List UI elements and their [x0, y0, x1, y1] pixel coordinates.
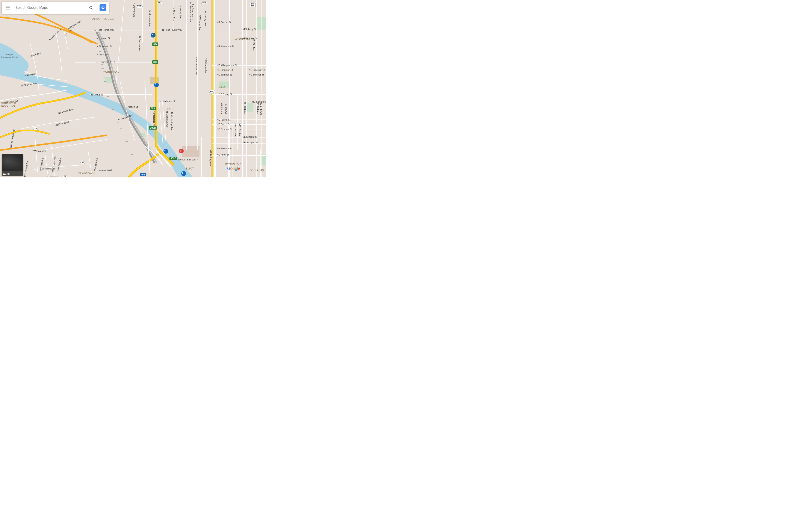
- shield-i5-2: 5: [154, 82, 159, 87]
- shield-i5-1: 5: [151, 33, 155, 38]
- earth-label: Earth: [2, 171, 23, 176]
- svg-point-71: [90, 6, 92, 9]
- shield-302c: 302C: [169, 157, 177, 160]
- earth-label-text: Earth: [3, 172, 10, 175]
- map-container: ARBOR LODGE OVERLOOK BOISE WOODLAWN KING…: [0, 0, 266, 177]
- menu-button[interactable]: [2, 2, 14, 14]
- google-g2: g: [235, 166, 237, 171]
- shield-i5-3: 5: [164, 149, 168, 154]
- search-bar: [2, 2, 109, 14]
- search-input-area[interactable]: [14, 2, 85, 14]
- google-e: e: [238, 166, 240, 171]
- hospital-marker: H: [179, 149, 184, 153]
- shield-i5-4: 5: [181, 171, 186, 176]
- shield-99w: 99W: [136, 5, 142, 8]
- shield-99e: 99E: [209, 90, 215, 93]
- shield-302b: 302B: [149, 126, 157, 130]
- menu-icon: [5, 7, 10, 8]
- shield-30-1: 30: [33, 127, 38, 130]
- svg-rect-8: [182, 146, 200, 157]
- google-o1: o: [230, 166, 233, 171]
- earth-button[interactable]: Earth: [2, 154, 23, 176]
- directions-icon: [99, 4, 107, 11]
- search-icon: [89, 5, 93, 10]
- svg-rect-2: [105, 77, 112, 82]
- shield-303-2: 303: [150, 107, 156, 110]
- google-logo: Google: [227, 166, 240, 171]
- shield-405: 405: [140, 173, 146, 176]
- shield-303-1: 303: [152, 60, 158, 64]
- shield-30b-2: 30B: [201, 1, 207, 4]
- search-input[interactable]: [16, 6, 83, 10]
- shield-304: 304: [152, 42, 158, 46]
- menu-icon: [5, 9, 10, 10]
- shield-byp-30b: BYP30B: [250, 3, 255, 7]
- search-button[interactable]: [85, 2, 97, 14]
- shield-30-3: 30: [63, 175, 68, 177]
- directions-arrow-icon: [101, 6, 105, 10]
- earth-thumbnail: [2, 154, 23, 171]
- shield-30b-1: 30B: [157, 1, 163, 4]
- google-g: G: [227, 166, 230, 171]
- svg-line-72: [92, 8, 93, 10]
- menu-icon: [5, 6, 10, 6]
- shield-30-2: 30: [80, 161, 85, 164]
- svg-rect-4: [219, 81, 230, 88]
- google-o2: o: [232, 166, 235, 171]
- directions-button[interactable]: [97, 2, 109, 14]
